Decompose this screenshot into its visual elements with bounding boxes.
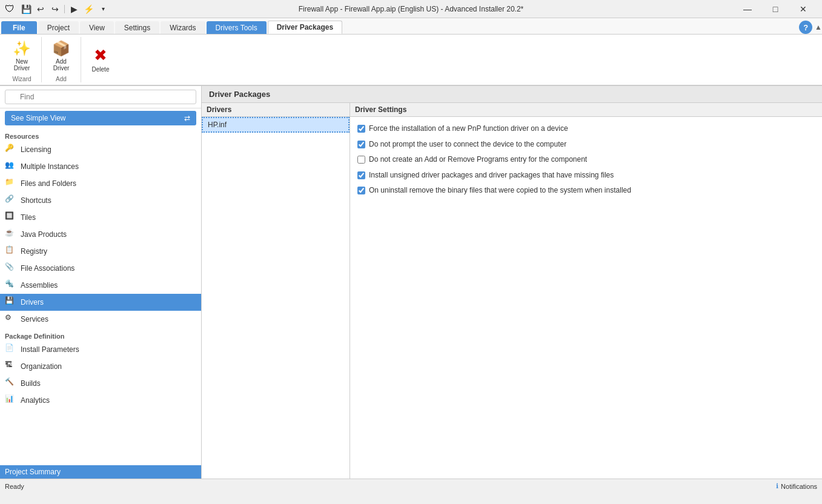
sidebar-item-assemblies[interactable]: 🔩 Assemblies — [0, 277, 201, 294]
qa-build-button[interactable]: ⚡ — [82, 2, 95, 16]
drivers-icon: 💾 — [5, 296, 17, 308]
delete-group-label — [86, 81, 115, 82]
ribbon-buttons-delete: ✖ Delete — [86, 37, 115, 81]
drivers-panel: Drivers HP.inf — [202, 103, 350, 479]
ribbon-collapse-icon[interactable]: ▲ — [815, 23, 822, 31]
sidebar-item-drivers[interactable]: 💾 Drivers — [0, 294, 201, 311]
qa-run-button[interactable]: ▶ — [67, 2, 81, 16]
tab-file[interactable]: File — [1, 21, 37, 34]
qa-save-button[interactable]: 💾 — [19, 2, 33, 16]
no-prompt-checkbox[interactable] — [357, 141, 365, 148]
sidebar-item-tiles[interactable]: 🔲 Tiles — [0, 209, 201, 226]
search-input[interactable] — [5, 90, 196, 104]
tab-settings[interactable]: Settings — [115, 21, 159, 34]
ribbon-group-delete: ✖ Delete — [81, 37, 120, 82]
ribbon-buttons-wizard: ✨ New Driver — [7, 37, 36, 75]
delete-button[interactable]: ✖ Delete — [86, 43, 115, 76]
drivers-panel-header: Drivers — [202, 103, 350, 117]
assemblies-label: Assemblies — [21, 281, 58, 290]
add-driver-label: Add Driver — [53, 58, 70, 71]
remove-binary-checkbox[interactable] — [357, 187, 365, 194]
install-unsigned-label: Install unsigned driver packages and dri… — [369, 171, 614, 181]
sidebar-item-java-products[interactable]: ☕ Java Products — [0, 226, 201, 243]
add-driver-button[interactable]: 📦 Add Driver — [47, 37, 76, 75]
multiple-instances-icon: 👥 — [5, 161, 17, 173]
new-driver-label: New Driver — [14, 58, 30, 71]
project-summary-label: Project Summary — [5, 468, 61, 476]
sidebar: 🔍 See Simple View ⇄ Resources 🔑 Licensin… — [0, 86, 202, 479]
new-driver-icon: ✨ — [13, 40, 31, 57]
help-icon[interactable]: ? — [799, 21, 812, 34]
no-add-remove-label: Do not create an Add or Remove Programs … — [369, 155, 587, 165]
shortcuts-icon: 🔗 — [5, 194, 17, 207]
analytics-icon: 📊 — [5, 394, 17, 406]
status-right: ℹ Notifications — [776, 482, 817, 490]
drivers-label: Drivers — [21, 298, 44, 307]
registry-icon: 📋 — [5, 245, 17, 257]
checkbox-remove-binary: On uninstall remove the binary files tha… — [357, 186, 815, 196]
tab-drivers-tools[interactable]: Drivers Tools — [207, 21, 267, 34]
qa-redo-button[interactable]: ↪ — [48, 2, 62, 16]
organization-label: Organization — [21, 362, 62, 371]
status-text: Ready — [5, 483, 24, 490]
sidebar-item-services[interactable]: ⚙ Services — [0, 311, 201, 328]
delete-label: Delete — [92, 66, 110, 73]
services-label: Services — [21, 315, 48, 323]
sidebar-item-install-parameters[interactable]: 📄 Install Parameters — [0, 341, 201, 358]
sidebar-item-licensing[interactable]: 🔑 Licensing — [0, 141, 201, 158]
qa-separator — [64, 5, 65, 13]
content-title: Driver Packages — [202, 86, 822, 103]
tab-wizards[interactable]: Wizards — [161, 21, 205, 34]
ribbon-group-add: 📦 Add Driver Add — [42, 37, 81, 82]
maximize-button[interactable]: □ — [761, 0, 789, 18]
package-definition-section-label: Package Definition — [0, 328, 201, 341]
app-logo-icon: 🛡 — [5, 4, 15, 15]
builds-icon: 🔨 — [5, 377, 17, 390]
file-associations-icon: 📎 — [5, 262, 17, 274]
view-btn-icon: ⇄ — [184, 114, 190, 122]
files-folders-label: Files and Folders — [21, 179, 76, 188]
tiles-label: Tiles — [21, 213, 36, 222]
sidebar-item-builds[interactable]: 🔨 Builds — [0, 375, 201, 392]
window-title: Firewall App - Firewall App.aip (English… — [299, 5, 524, 13]
sidebar-item-file-associations[interactable]: 📎 File Associations — [0, 260, 201, 277]
force-install-checkbox[interactable] — [357, 125, 365, 133]
qa-undo-button[interactable]: ↩ — [34, 2, 47, 16]
new-driver-button[interactable]: ✨ New Driver — [7, 37, 36, 75]
checkbox-install-unsigned: Install unsigned driver packages and dri… — [357, 171, 815, 181]
tab-driver-packages[interactable]: Driver Packages — [268, 21, 342, 34]
notifications-label[interactable]: Notifications — [781, 483, 817, 490]
qa-dropdown-button[interactable]: ▾ — [96, 2, 110, 16]
ribbon-group-wizard: ✨ New Driver Wizard — [2, 37, 42, 82]
shortcuts-label: Shortcuts — [21, 196, 51, 205]
sidebar-item-shortcuts[interactable]: 🔗 Shortcuts — [0, 192, 201, 209]
sidebar-item-organization[interactable]: 🏗 Organization — [0, 358, 201, 375]
settings-panel: Driver Settings Force the installation o… — [350, 103, 822, 479]
title-bar: 🛡 💾 ↩ ↪ ▶ ⚡ ▾ Firewall App - Firewall Ap… — [0, 0, 822, 18]
resources-section-label: Resources — [0, 128, 201, 141]
tab-project[interactable]: Project — [38, 21, 79, 34]
window-controls: — □ ✕ — [734, 0, 817, 18]
close-button[interactable]: ✕ — [789, 0, 817, 18]
search-wrapper: 🔍 — [5, 90, 196, 104]
sidebar-item-multiple-instances[interactable]: 👥 Multiple Instances — [0, 158, 201, 175]
ribbon-buttons-add: 📦 Add Driver — [47, 37, 76, 75]
sidebar-item-analytics[interactable]: 📊 Analytics — [0, 392, 201, 409]
builds-label: Builds — [21, 379, 41, 388]
delete-icon: ✖ — [94, 46, 107, 65]
tiles-icon: 🔲 — [5, 211, 17, 224]
no-add-remove-checkbox[interactable] — [357, 156, 365, 164]
assemblies-icon: 🔩 — [5, 279, 17, 291]
ribbon: File Project View Settings Wizards Drive… — [0, 18, 822, 86]
main-content: Driver Packages Drivers HP.inf Driver Se… — [202, 86, 822, 479]
checkbox-force-install: Force the installation of a new PnP func… — [357, 124, 815, 134]
driver-item-hp-inf[interactable]: HP.inf — [202, 117, 350, 133]
licensing-icon: 🔑 — [5, 144, 17, 156]
install-unsigned-checkbox[interactable] — [357, 171, 365, 179]
project-summary-bar[interactable]: Project Summary — [0, 465, 201, 479]
sidebar-item-registry[interactable]: 📋 Registry — [0, 243, 201, 260]
minimize-button[interactable]: — — [734, 0, 761, 18]
tab-view[interactable]: View — [80, 21, 114, 34]
see-simple-view-button[interactable]: See Simple View ⇄ — [5, 111, 196, 125]
sidebar-item-files-folders[interactable]: 📁 Files and Folders — [0, 175, 201, 192]
